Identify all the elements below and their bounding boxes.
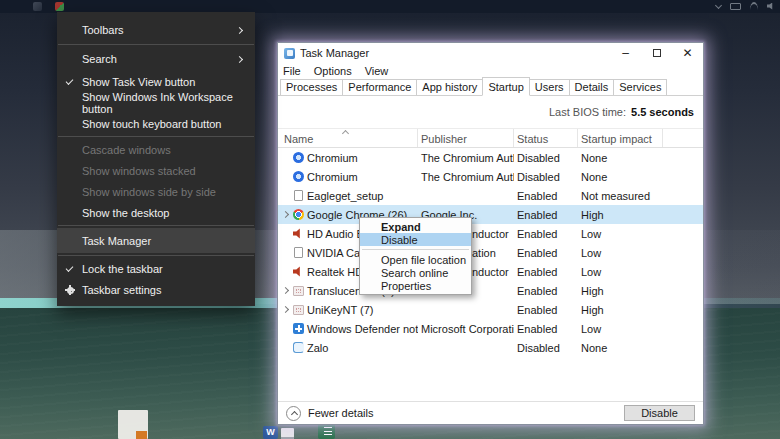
row-impact: Low	[578, 323, 663, 335]
taskbar-app-icon[interactable]	[33, 2, 42, 11]
menu-item-task-manager[interactable]: Task Manager	[57, 228, 255, 253]
context-item-search-online[interactable]: Search online	[360, 266, 471, 279]
context-item-disable[interactable]: Disable	[360, 233, 471, 246]
menu-separator	[58, 44, 254, 45]
menu-item-label: Toolbars	[82, 24, 124, 36]
startup-list: Chromium The Chromium Authors Disabled N…	[278, 148, 703, 357]
row-status: Disabled	[514, 152, 578, 164]
menu-item-show-touch-keyboard[interactable]: Show touch keyboard button	[57, 113, 255, 134]
column-header-startup-impact[interactable]: Startup impact	[578, 129, 663, 147]
startup-item-context-menu: Expand Disable Open file location Search…	[359, 217, 472, 295]
menu-view[interactable]: View	[365, 65, 389, 77]
row-publisher: The Chromium Authors	[418, 171, 514, 183]
row-impact: High	[578, 209, 663, 221]
row-impact: None	[578, 342, 663, 354]
expand-chevron-icon[interactable]	[281, 305, 290, 314]
table-row-selected[interactable]: Google Chrome (26) Google Inc. Enabled H…	[278, 205, 703, 224]
system-tray[interactable]	[716, 2, 774, 10]
task-manager-icon	[284, 48, 295, 59]
chromium-icon	[293, 152, 304, 163]
row-impact: High	[578, 285, 663, 297]
menu-item-label: Cascade windows	[82, 144, 171, 156]
row-status: Enabled	[514, 323, 578, 335]
row-name: Windows Defender notificat...	[307, 323, 418, 335]
column-header-empty	[663, 129, 703, 147]
desktop-document-icon[interactable]	[118, 410, 148, 439]
table-header: Name Publisher Status Startup impact	[278, 128, 703, 148]
tray-chevron-icon[interactable]	[715, 1, 722, 8]
menu-item-show-windows-side-by-side: Show windows side by side	[57, 181, 255, 202]
menu-options[interactable]: Options	[314, 65, 352, 77]
minimize-button[interactable]: –	[610, 43, 641, 63]
expand-chevron-icon[interactable]	[281, 210, 290, 219]
menu-item-show-the-desktop[interactable]: Show the desktop	[57, 202, 255, 223]
network-icon[interactable]	[750, 2, 758, 10]
maximize-button[interactable]	[641, 43, 672, 63]
disable-button[interactable]: Disable	[624, 405, 695, 421]
footer-bar: Fewer details Disable	[278, 401, 703, 424]
column-header-publisher[interactable]: Publisher	[418, 129, 514, 147]
menu-item-toolbars[interactable]: Toolbars	[57, 18, 255, 42]
table-row[interactable]: NVIDIA Captur ation Enabled Low	[278, 243, 703, 262]
window-title: Task Manager	[300, 47, 369, 59]
tab-users[interactable]: Users	[529, 79, 570, 95]
menu-item-taskbar-settings[interactable]: Taskbar settings	[57, 279, 255, 300]
keyboard-icon[interactable]	[730, 3, 741, 10]
title-bar[interactable]: Task Manager – ✕	[278, 43, 703, 63]
word-shortcut-icon[interactable]: W	[263, 426, 278, 439]
menu-item-show-ink-workspace[interactable]: Show Windows Ink Workspace button	[57, 92, 255, 113]
row-name: UniKeyNT (7)	[307, 304, 373, 316]
menu-item-show-task-view[interactable]: Show Task View button	[57, 71, 255, 92]
menu-separator	[362, 249, 469, 250]
chevron-up-circle-icon[interactable]	[286, 406, 301, 421]
table-row[interactable]: Eagleget_setup Enabled Not measured	[278, 186, 703, 205]
unikey-icon	[293, 305, 304, 315]
tab-details[interactable]: Details	[569, 79, 615, 95]
context-item-expand[interactable]: Expand	[360, 220, 471, 233]
tab-startup[interactable]: Startup	[482, 77, 529, 96]
table-row[interactable]: UniKeyNT (7) Enabled High	[278, 300, 703, 319]
tab-services[interactable]: Services	[613, 79, 667, 95]
tab-performance[interactable]: Performance	[342, 79, 417, 95]
row-status: Enabled	[514, 285, 578, 297]
table-row[interactable]: Zalo Disabled None	[278, 338, 703, 357]
file-icon	[294, 190, 303, 201]
expand-chevron-icon[interactable]	[281, 286, 290, 295]
column-header-name[interactable]: Name	[281, 129, 418, 147]
row-status: Enabled	[514, 304, 578, 316]
close-button[interactable]: ✕	[672, 43, 703, 63]
tab-strip: Processes Performance App history Startu…	[278, 79, 703, 96]
volume-icon[interactable]	[767, 3, 774, 10]
table-row[interactable]: Chromium The Chromium Authors Disabled N…	[278, 148, 703, 167]
table-row[interactable]: Chromium The Chromium Authors Disabled N…	[278, 167, 703, 186]
menu-separator	[58, 225, 254, 226]
row-name: Chromium	[307, 152, 358, 164]
table-row[interactable]: HD Audio Back nductor Enabled Low	[278, 224, 703, 243]
row-name: Eagleget_setup	[307, 190, 383, 202]
tab-processes[interactable]: Processes	[280, 79, 343, 95]
file-icon	[294, 247, 303, 258]
fewer-details-link[interactable]: Fewer details	[308, 407, 373, 419]
sort-ascending-icon	[342, 130, 349, 137]
context-item-properties[interactable]: Properties	[360, 279, 471, 292]
menu-item-search[interactable]: Search	[57, 47, 255, 71]
speaker-icon	[293, 266, 304, 277]
row-status: Enabled	[514, 190, 578, 202]
row-impact: Not measured	[578, 190, 663, 202]
menu-item-label: Taskbar settings	[82, 284, 161, 296]
maximize-icon	[653, 49, 661, 57]
menu-item-show-windows-stacked: Show windows stacked	[57, 160, 255, 181]
column-header-status[interactable]: Status	[514, 129, 578, 147]
menu-file[interactable]: File	[283, 65, 301, 77]
tab-app-history[interactable]: App history	[416, 79, 483, 95]
table-row[interactable]: TranslucentTB (4) Enabled High	[278, 281, 703, 300]
table-row[interactable]: Realtek HD Au nductor Enabled Low	[278, 262, 703, 281]
desktop-list-icon[interactable]	[281, 428, 294, 439]
menu-item-lock-the-taskbar[interactable]: Lock the taskbar	[57, 258, 255, 279]
context-item-open-file-location[interactable]: Open file location	[360, 253, 471, 266]
last-bios-time: Last BIOS time: 5.5 seconds	[278, 96, 703, 128]
table-row[interactable]: Windows Defender notificat... Microsoft …	[278, 319, 703, 338]
desktop: W Toolbars Search Show Task View button …	[0, 0, 780, 439]
taskbar-app-icon[interactable]	[55, 2, 64, 11]
checkmark-icon	[66, 264, 74, 272]
